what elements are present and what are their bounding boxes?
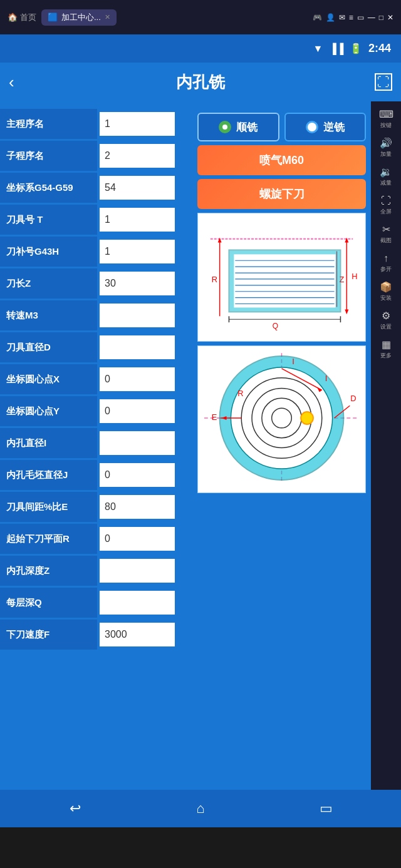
input-start-plane[interactable]: [100, 527, 175, 551]
input-depth-z[interactable]: [100, 559, 175, 583]
input-layer-depth[interactable]: [100, 591, 175, 615]
tab-switcher-icon[interactable]: ▭: [357, 13, 364, 22]
screenshot-label: 截图: [380, 237, 392, 245]
form-row-tool-dia: 刀具直径D: [0, 332, 192, 362]
input-tool-comp[interactable]: [100, 240, 175, 263]
label-spacing: 刀具间距%比E: [0, 492, 97, 522]
screenshot-button[interactable]: ✂ 截图: [372, 220, 400, 248]
svg-text:Q: Q: [273, 322, 278, 330]
form-row-sub-program: 子程序名: [0, 141, 192, 171]
input-spindle[interactable]: [100, 304, 175, 327]
volume-down-button[interactable]: 🔉 减量: [372, 163, 400, 190]
fullscreen-side-label: 全屏: [380, 208, 392, 216]
nav-home-button[interactable]: ⌂: [185, 793, 216, 824]
conventional-mill-label: 逆铣: [323, 120, 345, 135]
nav-recent-icon: ▭: [320, 800, 333, 817]
bottom-navigation: ↩ ⌂ ▭: [0, 790, 401, 827]
top-diagram: H Z R: [197, 213, 366, 342]
install-label: 安装: [380, 294, 392, 302]
input-inner-dia[interactable]: [100, 431, 175, 455]
volume-up-button[interactable]: 🔊 加量: [372, 134, 400, 161]
input-main-program[interactable]: [100, 112, 175, 136]
label-inner-dia: 内孔直径I: [0, 428, 97, 458]
settings-button[interactable]: ⚙ 设置: [372, 307, 400, 334]
spiral-button[interactable]: 螺旋下刀: [197, 179, 366, 209]
svg-rect-12: [234, 254, 335, 307]
more-icon: ▦: [382, 339, 391, 350]
volume-up-label: 加量: [380, 150, 392, 158]
form-row-feed-rate: 下刀速度F: [0, 620, 192, 650]
form-row-tool-length: 刀长Z: [0, 268, 192, 299]
maximize-icon[interactable]: □: [379, 13, 383, 22]
svg-text:I: I: [325, 374, 328, 383]
label-start-plane: 起始下刀平面R: [0, 524, 97, 554]
keyboard-icon: ⌨: [379, 108, 393, 120]
menu-icon[interactable]: ≡: [349, 13, 353, 22]
form-row-tool-number: 刀具号 T: [0, 205, 192, 235]
milling-mode-selector: 顺铣 逆铣: [197, 113, 366, 141]
label-center-y: 坐标圆心点Y: [0, 396, 97, 426]
form-row-main-program: 主程序名: [0, 109, 192, 139]
wifi-icon: ▼: [313, 43, 323, 54]
input-center-y[interactable]: [100, 399, 175, 423]
input-feed-rate[interactable]: [100, 623, 175, 646]
input-tool-number[interactable]: [100, 208, 175, 232]
back-button[interactable]: ‹: [9, 73, 14, 92]
form-row-layer-depth: 每层深Q: [0, 588, 192, 618]
account-icon: 👤: [326, 13, 335, 22]
home-label: 首页: [20, 12, 36, 23]
tab-label: 加工中心...: [61, 12, 101, 23]
fullscreen-icon: ⛶: [377, 75, 390, 89]
fullscreen-button[interactable]: ⛶: [375, 73, 392, 91]
label-tool-number: 刀具号 T: [0, 205, 97, 235]
form-row-blank-dia: 内孔毛坯直径J: [0, 460, 192, 490]
input-sub-program[interactable]: [100, 144, 175, 168]
browser-toolbar-icons: 🎮 👤 ✉ ≡ ▭ — □ ✕: [313, 13, 393, 22]
system-status-bar: ▼ ▐▐ 🔋 2:44: [0, 34, 401, 63]
window-close-icon[interactable]: ✕: [387, 13, 393, 22]
label-center-x: 坐标圆心点X: [0, 364, 97, 394]
label-sub-program: 子程序名: [0, 141, 97, 171]
label-blank-dia: 内孔毛坯直径J: [0, 460, 97, 490]
label-depth-z: 内孔深度Z: [0, 556, 97, 586]
climb-mill-option[interactable]: 顺铣: [197, 113, 279, 141]
nav-back-icon: ↩: [70, 800, 81, 817]
form-row-center-x: 坐标圆心点X: [0, 364, 192, 394]
tab-favicon: 🟦: [48, 13, 58, 22]
label-feed-rate: 下刀速度F: [0, 620, 97, 650]
keyboard-label: 按键: [380, 121, 392, 130]
input-spacing[interactable]: [100, 495, 175, 519]
input-blank-dia[interactable]: [100, 463, 175, 487]
input-tool-length[interactable]: [100, 272, 175, 295]
top-diagram-svg: H Z R: [198, 213, 365, 339]
nav-recent-button[interactable]: ▭: [310, 793, 341, 824]
svg-point-29: [231, 367, 332, 469]
form-panel: 主程序名 子程序名 坐标系G54-G59 刀具号 T: [0, 101, 371, 790]
minimize-icon[interactable]: —: [368, 13, 375, 22]
spray-button[interactable]: 喷气M60: [197, 145, 366, 175]
svg-text:R: R: [212, 275, 217, 284]
open-button[interactable]: ↑ 参开: [372, 249, 400, 277]
active-tab[interactable]: 🟦 加工中心... ✕: [41, 9, 117, 26]
spray-label: 喷气M60: [259, 153, 304, 168]
home-tab[interactable]: 🏠 首页: [8, 12, 36, 23]
more-button[interactable]: ▦ 更多: [372, 335, 400, 363]
input-tool-dia[interactable]: [100, 335, 175, 359]
form-row-coord: 坐标系G54-G59: [0, 173, 192, 203]
svg-text:H: H: [352, 272, 357, 281]
settings-label: 设置: [380, 323, 392, 331]
volume-down-label: 减量: [380, 179, 392, 187]
settings-icon: ⚙: [382, 310, 390, 322]
keyboard-button[interactable]: ⌨ 按键: [372, 105, 400, 133]
input-coord[interactable]: [100, 176, 175, 200]
install-button[interactable]: 📦 安装: [372, 278, 400, 305]
browser-tab-bar: 🏠 首页 🟦 加工中心... ✕ 🎮 👤 ✉ ≡ ▭ — □ ✕: [0, 0, 401, 34]
fullscreen-side-button[interactable]: ⛶ 全屏: [372, 191, 400, 219]
input-center-x[interactable]: [100, 367, 175, 391]
conventional-mill-option[interactable]: 逆铣: [284, 113, 367, 141]
nav-back-button[interactable]: ↩: [60, 793, 91, 824]
nav-home-icon: ⌂: [196, 800, 204, 817]
form-row-start-plane: 起始下刀平面R: [0, 524, 192, 554]
battery-icon: 🔋: [350, 43, 362, 54]
tab-close-button[interactable]: ✕: [105, 13, 110, 21]
